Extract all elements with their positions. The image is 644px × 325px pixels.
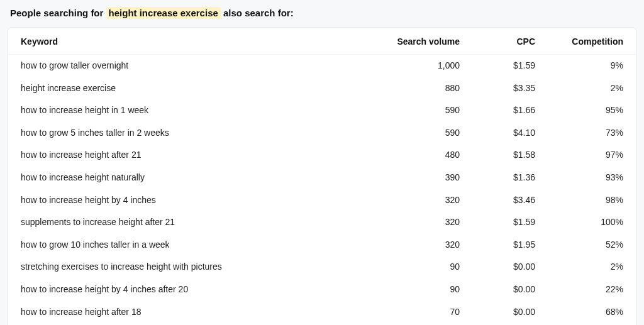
table-row[interactable]: stretching exercises to increase height … [8,256,636,278]
cell-volume: 90 [378,278,472,301]
cell-competition: 100% [548,211,636,234]
heading-suffix: also search for: [223,8,294,18]
cell-volume: 320 [378,234,472,256]
cell-volume: 880 [378,77,472,100]
cell-volume: 480 [378,144,472,167]
keyword-table-card: Keyword Search volume CPC Competition ho… [8,27,636,325]
cell-cpc: $3.46 [472,189,548,212]
cell-competition: 95% [548,99,636,122]
cell-keyword: how to grow taller overnight [8,55,378,77]
cell-keyword: stretching exercises to increase height … [8,256,378,278]
cell-cpc: $0.00 [472,301,548,324]
cell-competition: 98% [548,189,636,212]
cell-keyword: how to grow 10 inches taller in a week [8,234,378,256]
cell-cpc: $0.00 [472,278,548,301]
cell-cpc: $3.35 [472,77,548,100]
cell-volume: 590 [378,122,472,145]
cell-keyword: how to increase height in 1 week [8,99,378,122]
col-header-volume[interactable]: Search volume [378,28,472,55]
table-row[interactable]: how to grow 5 inches taller in 2 weeks59… [8,122,636,145]
cell-volume: 1,000 [378,55,472,77]
table-row[interactable]: how to increase height after 1870$0.0068… [8,301,636,324]
table-row[interactable]: how to grow taller overnight1,000$1.599% [8,55,636,77]
cell-cpc: $1.59 [472,55,548,77]
cell-volume: 70 [378,301,472,324]
cell-competition: 2% [548,77,636,100]
table-row[interactable]: how to increase height by 4 inches after… [8,278,636,301]
cell-competition: 52% [548,234,636,256]
cell-competition: 22% [548,278,636,301]
table-row[interactable]: how to grow 10 inches taller in a week32… [8,234,636,256]
cell-keyword: height increase exercise [8,77,378,100]
table-header-row: Keyword Search volume CPC Competition [8,28,636,55]
cell-keyword: how to increase height by 4 inches [8,189,378,212]
cell-volume: 320 [378,211,472,234]
cell-keyword: how to grow 5 inches taller in 2 weeks [8,122,378,145]
cell-keyword: how to increase height by 4 inches after… [8,278,378,301]
table-row[interactable]: how to increase height after 21480$1.589… [8,144,636,167]
cell-cpc: $0.00 [472,256,548,278]
cell-cpc: $1.66 [472,99,548,122]
table-row[interactable]: height increase exercise880$3.352% [8,77,636,100]
cell-cpc: $4.10 [472,122,548,145]
table-row[interactable]: how to increase height in 1 week590$1.66… [8,99,636,122]
cell-competition: 2% [548,256,636,278]
col-header-cpc[interactable]: CPC [472,28,548,55]
col-header-competition[interactable]: Competition [548,28,636,55]
cell-competition: 93% [548,167,636,189]
cell-keyword: how to increase height after 18 [8,301,378,324]
cell-cpc: $1.59 [472,211,548,234]
cell-competition: 97% [548,144,636,167]
cell-competition: 73% [548,122,636,145]
related-searches-heading: People searching for height increase exe… [10,8,636,18]
cell-keyword: supplements to increase height after 21 [8,211,378,234]
cell-cpc: $1.95 [472,234,548,256]
cell-cpc: $1.36 [472,167,548,189]
table-row[interactable]: how to increase height naturally390$1.36… [8,167,636,189]
table-row[interactable]: supplements to increase height after 213… [8,211,636,234]
cell-keyword: how to increase height after 21 [8,144,378,167]
cell-volume: 320 [378,189,472,212]
cell-volume: 390 [378,167,472,189]
cell-volume: 90 [378,256,472,278]
table-row[interactable]: how to increase height by 4 inches320$3.… [8,189,636,212]
col-header-keyword[interactable]: Keyword [8,28,378,55]
keyword-table: Keyword Search volume CPC Competition ho… [8,28,636,325]
cell-competition: 9% [548,55,636,77]
cell-keyword: how to increase height naturally [8,167,378,189]
cell-cpc: $1.58 [472,144,548,167]
cell-competition: 68% [548,301,636,324]
heading-query-highlight: height increase exercise [106,7,221,19]
cell-volume: 590 [378,99,472,122]
heading-prefix: People searching for [10,8,103,18]
